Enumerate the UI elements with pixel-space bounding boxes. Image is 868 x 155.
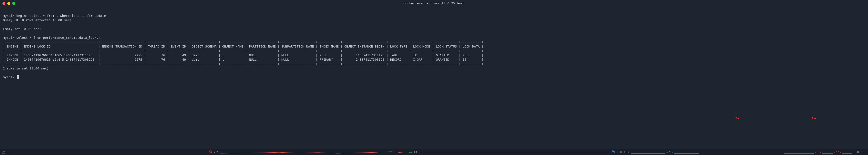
annotation-arrow-icon: ↖ <box>809 112 817 122</box>
table-border-top: +--------+------------------------------… <box>3 40 484 44</box>
result-2: 2 rows in set (0.00 sec) <box>3 66 49 70</box>
net-up-value: 0.0 kB↑ <box>854 150 866 154</box>
cpu-icon <box>209 150 212 155</box>
mem-value: 13 GB <box>413 150 422 154</box>
statusbar: ~ 25% 13 GB 0.0 kB↓ 0.0 kB↑ <box>0 149 868 155</box>
maximize-icon[interactable] <box>12 2 15 5</box>
table-row: | INNODB | 140074196766104:2:4:5:1400741… <box>3 58 484 61</box>
window-title: docker exec -it mysql8.0.25 bash <box>404 1 464 6</box>
folder-icon <box>2 151 5 154</box>
sql-query-2: select * from performance_schema.data_lo… <box>16 36 100 39</box>
statusbar-cpu: 25% <box>209 150 406 155</box>
mem-sparkline <box>424 150 609 154</box>
net-down-value: 0.0 kB↓ <box>617 150 629 154</box>
svg-rect-6 <box>612 151 613 152</box>
close-icon[interactable] <box>2 2 5 5</box>
table-header: | ENGINE | ENGINE_LOCK_ID | ENGINE_TRANS… <box>3 44 484 48</box>
statusbar-mem: 13 GB <box>409 150 609 154</box>
statusbar-net-up: 0.0 kB↑ <box>784 150 866 154</box>
result-1a: Query OK, 0 rows affected (0.00 sec) <box>3 18 72 22</box>
path-text: ~ <box>7 150 9 154</box>
prompt: mysql> <box>3 75 14 79</box>
network-icon <box>612 150 615 154</box>
traffic-lights <box>2 2 15 5</box>
svg-rect-0 <box>210 151 212 153</box>
cpu-sparkline <box>220 150 406 154</box>
svg-rect-1 <box>409 151 412 152</box>
prompt-line-2: mysql> select * from performance_schema.… <box>3 36 100 39</box>
net-up-sparkline <box>784 150 852 154</box>
terminal-output[interactable]: mysql> begin; select * from t where id =… <box>0 7 868 82</box>
prompt-line-cursor: mysql> <box>3 75 19 79</box>
net-down-sparkline <box>631 150 699 154</box>
statusbar-path[interactable]: ~ <box>2 150 9 154</box>
cursor-icon <box>17 75 19 79</box>
prompt: mysql> <box>3 14 14 18</box>
minimize-icon[interactable] <box>7 2 10 5</box>
memory-icon <box>409 150 412 154</box>
prompt-line-1: mysql> begin; select * from t where id =… <box>3 14 108 18</box>
statusbar-net-down: 0.0 kB↓ <box>612 150 699 154</box>
titlebar: docker exec -it mysql8.0.25 bash <box>0 0 868 7</box>
svg-rect-7 <box>614 152 615 153</box>
prompt: mysql> <box>3 36 14 39</box>
table-border-mid: +--------+------------------------------… <box>3 49 484 53</box>
table-row: | INNODB | 140074196766104:1065:14007411… <box>3 53 484 57</box>
sql-query-1: begin; select * from t where id = 11 for… <box>16 14 108 18</box>
cpu-value: 25% <box>214 150 219 154</box>
annotation-arrow-icon: ↖ <box>733 112 741 122</box>
table-border-bot: +--------+------------------------------… <box>3 62 484 66</box>
result-1b: Empty set (0.00 sec) <box>3 27 41 31</box>
